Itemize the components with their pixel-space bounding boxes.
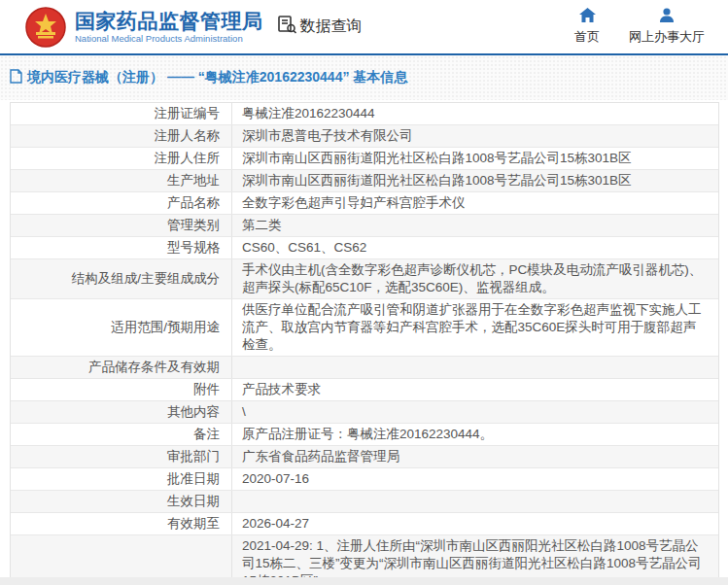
row-label: 生效日期 (11, 491, 232, 512)
table-row: 有效期至2026-04-27 (11, 513, 718, 535)
site-subtitle: National Medical Products Administration (75, 33, 263, 45)
row-value: 粤械注准20162230444 (232, 103, 718, 124)
row-label-text: 审批部门 (167, 448, 220, 465)
row-label-text: 备注 (193, 426, 220, 443)
row-value: 深圳市南山区西丽街道阳光社区松白路1008号艺晶公司15栋301B区 (232, 170, 718, 191)
row-label: 注册人名称 (11, 125, 232, 147)
row-label-text: 型号规格 (167, 239, 220, 257)
site-title: 国家药品监督管理局 (75, 10, 263, 33)
nav-item-label: 首页 (574, 28, 600, 46)
table-row: 批准日期2020-07-16 (11, 468, 718, 491)
row-label-text: 生效日期 (167, 493, 220, 510)
row-label-text: 注册人住所 (155, 150, 221, 167)
row-value: 供医疗单位配合流产吸引管和阴道扩张器用于在全数字彩色超声监视下实施人工流产、取放… (232, 299, 718, 356)
row-value: 2020-07-16 (232, 468, 718, 490)
nav-item-home[interactable]: 首页 (574, 8, 600, 46)
page: 国家药品监督管理局 National Medical Products Admi… (0, 0, 728, 585)
row-label-text: 有效期至 (167, 515, 220, 533)
table-row: 生产地址深圳市南山区西丽街道阳光社区松白路1008号艺晶公司15栋301B区 (11, 170, 718, 192)
row-label: 其他内容 (11, 401, 232, 423)
table-row: 管理类别第二类 (11, 215, 718, 237)
data-query-tab[interactable]: 数据查询 (277, 15, 363, 39)
nav-item-service-hall[interactable]: 网上办事大厅 (629, 8, 705, 46)
row-label: 有效期至 (11, 513, 232, 534)
row-value (232, 491, 718, 512)
header: 国家药品监督管理局 National Medical Products Admi… (0, 0, 728, 55)
bottom-strip (0, 577, 728, 585)
table-row: 注册证编号粤械注准20162230444 (11, 103, 718, 125)
row-label: 备注 (11, 424, 232, 445)
table-row: 附件产品技术要求 (11, 379, 718, 401)
row-label: 型号规格 (11, 237, 232, 258)
row-label-text: 管理类别 (167, 217, 220, 234)
national-emblem-icon (25, 7, 66, 48)
breadcrumb: 境内医疗器械（注册） —— “粤械注准20162230444” 基本信息 (10, 69, 407, 86)
data-query-icon (277, 15, 297, 39)
row-label: 附件 (11, 379, 232, 400)
nav-item-label: 网上办事大厅 (629, 28, 705, 46)
row-label: 生产地址 (11, 170, 232, 191)
header-nav: 首页 网上办事大厅 (574, 8, 705, 46)
row-label: 批准日期 (11, 468, 232, 490)
site-title-block: 国家药品监督管理局 National Medical Products Admi… (75, 10, 263, 45)
row-label: 注册人住所 (11, 148, 232, 169)
row-value: CS60、CS61、CS62 (232, 237, 718, 258)
document-icon (10, 69, 22, 86)
row-label-text: 产品储存条件及有效期 (88, 359, 220, 376)
table-row: 产品名称全数字彩色超声引导妇产科宫腔手术仪 (11, 192, 718, 215)
row-value: 深圳市恩普电子技术有限公司 (232, 125, 718, 147)
row-value: 原产品注册证号：粤械注准20162230444。 (232, 424, 718, 445)
table-row: 注册人住所深圳市南山区西丽街道阳光社区松白路1008号艺晶公司15栋301B区 (11, 148, 718, 170)
row-label-text: 附件 (193, 381, 220, 398)
row-value: 深圳市南山区西丽街道阳光社区松白路1008号艺晶公司15栋301B区 (232, 148, 718, 169)
row-label: 管理类别 (11, 215, 232, 236)
table-row: 注册人名称深圳市恩普电子技术有限公司 (11, 125, 718, 148)
breadcrumb-bar: 境内医疗器械（注册） —— “粤械注准20162230444” 基本信息 (0, 55, 728, 100)
row-label-text: 注册人名称 (155, 127, 221, 145)
user-icon (659, 8, 675, 25)
table-row: 其他内容\ (11, 401, 718, 424)
site-logo: 国家药品监督管理局 National Medical Products Admi… (25, 7, 263, 48)
row-label-text: 生产地址 (167, 172, 220, 189)
row-label-text: 批准日期 (167, 470, 220, 488)
registration-info-table: 注册证编号粤械注准20162230444注册人名称深圳市恩普电子技术有限公司注册… (10, 102, 719, 585)
table-row: 适用范围/预期用途供医疗单位配合流产吸引管和阴道扩张器用于在全数字彩色超声监视下… (11, 299, 718, 357)
row-value: 手术仪由主机(含全数字彩色超声诊断仪机芯，PC模块及电动流产吸引器机芯)、超声探… (232, 259, 718, 298)
row-label-text: 结构及组成/主要组成成分 (72, 270, 220, 288)
table-row: 结构及组成/主要组成成分手术仪由主机(含全数字彩色超声诊断仪机芯，PC模块及电动… (11, 259, 718, 299)
row-label-text: 其他内容 (167, 403, 220, 421)
row-label: 结构及组成/主要组成成分 (11, 259, 232, 298)
breadcrumb-text: 境内医疗器械（注册） —— “粤械注准20162230444” 基本信息 (27, 69, 407, 86)
row-value: 第二类 (232, 215, 718, 236)
row-value: \ (232, 401, 718, 423)
row-label: 产品储存条件及有效期 (11, 357, 232, 378)
row-value (232, 357, 718, 378)
row-label: 注册证编号 (11, 103, 232, 124)
home-icon (579, 8, 596, 25)
table-row: 生效日期 (11, 491, 718, 513)
table-row: 产品储存条件及有效期 (11, 357, 718, 379)
table-row: 型号规格CS60、CS61、CS62 (11, 237, 718, 259)
row-value: 产品技术要求 (232, 379, 718, 400)
table-row: 备注原产品注册证号：粤械注准20162230444。 (11, 424, 718, 446)
row-label: 适用范围/预期用途 (11, 299, 232, 356)
row-label: 产品名称 (11, 192, 232, 214)
row-label: 审批部门 (11, 446, 232, 467)
row-label-text: 注册证编号 (155, 105, 221, 122)
row-label-text: 产品名称 (167, 194, 220, 212)
table-row: 审批部门广东省食品药品监督管理局 (11, 446, 718, 468)
row-value: 广东省食品药品监督管理局 (232, 446, 718, 467)
row-label-text: 适用范围/预期用途 (111, 319, 220, 336)
row-value: 全数字彩色超声引导妇产科宫腔手术仪 (232, 192, 718, 214)
data-query-label: 数据查询 (300, 17, 363, 37)
row-value: 2026-04-27 (232, 513, 718, 534)
